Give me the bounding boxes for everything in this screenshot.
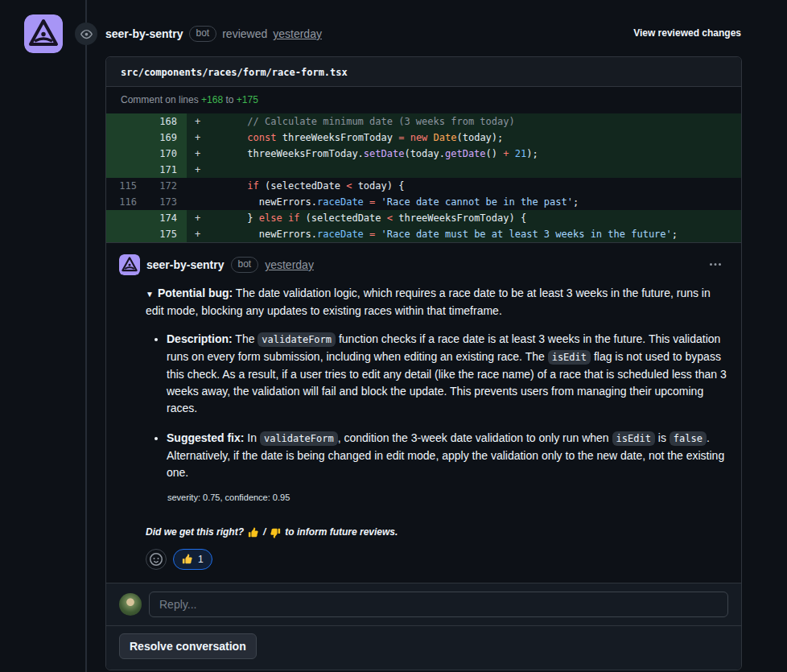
resolve-conversation-button[interactable]: Resolve conversation	[119, 633, 257, 659]
comment: seer-by-sentry bot yesterday ▼Potential …	[106, 243, 741, 583]
comment-bot-avatar[interactable]	[119, 254, 140, 275]
collapse-triangle-icon[interactable]: ▼	[146, 290, 154, 299]
kebab-icon	[709, 258, 722, 271]
line-number-old[interactable]: 116	[106, 194, 146, 210]
code-line: + newErrors.raceDate = 'Race date must b…	[187, 226, 741, 242]
line-number-old[interactable]	[106, 162, 146, 178]
thumbs-up-count: 1	[198, 554, 204, 565]
diff-line: 115172 if (selectedDate < today) {	[106, 178, 741, 194]
diff-marker	[195, 194, 212, 210]
line-number-new[interactable]: 168	[146, 113, 187, 130]
code-token: 'Race date must be at least 3 weeks in t…	[381, 229, 672, 240]
code-token: if	[288, 212, 299, 224]
diff-line: 174+ } else if (selectedDate < threeWeek…	[106, 210, 741, 226]
code-token: setDate	[364, 148, 405, 159]
code-token	[375, 196, 381, 208]
diff-line: 171+	[106, 162, 741, 178]
bot-avatar[interactable]	[24, 14, 63, 53]
line-number-new[interactable]: 175	[146, 226, 187, 242]
review-author-link[interactable]: seer-by-sentry	[105, 27, 183, 40]
diff-marker: +	[195, 226, 212, 242]
summary-paragraph: ▼Potential bug: The date validation logi…	[146, 285, 728, 320]
code-token: threeWeeksFromToday	[276, 132, 398, 143]
eye-icon	[75, 23, 97, 45]
code-token: ()	[486, 148, 504, 159]
summary-title: Potential bug:	[158, 287, 233, 299]
diff-marker: +	[195, 146, 212, 162]
severity-confidence-text: severity: 0.75, confidence: 0.95	[167, 489, 728, 506]
code-line: newErrors.raceDate = 'Race date cannot b…	[187, 194, 741, 210]
diff-marker	[195, 178, 212, 194]
file-path-link[interactable]: src/components/races/form/race-form.tsx	[121, 67, 348, 78]
user-avatar	[119, 593, 142, 616]
code-line: + // Calculate minimum date (3 weeks fro…	[187, 113, 741, 130]
code-token	[427, 132, 433, 143]
resolve-row: Resolve conversation	[106, 625, 741, 670]
diff-block: 168+ // Calculate minimum date (3 weeks …	[106, 113, 741, 243]
code-line: + } else if (selectedDate < threeWeeksFr…	[187, 210, 741, 226]
code-token: 'Race date cannot be in the past'	[381, 196, 573, 208]
code-token: }	[212, 212, 259, 224]
code-token: newErrors.	[212, 229, 317, 240]
line-number-old[interactable]	[106, 113, 146, 130]
code-token: ;	[573, 196, 579, 208]
code-token: <	[387, 212, 393, 224]
line-number-new[interactable]: 172	[146, 178, 187, 194]
seer-pyramid-eye-icon	[24, 14, 63, 53]
code-token: 21	[515, 148, 526, 159]
comment-body: ▼Potential bug: The date validation logi…	[146, 285, 728, 570]
review-action-text: reviewed	[222, 27, 267, 40]
code-token: getDate	[445, 148, 486, 159]
comment-timestamp-link[interactable]: yesterday	[265, 258, 314, 271]
kebab-menu-button[interactable]	[703, 257, 728, 273]
code-line: if (selectedDate < today) {	[187, 178, 741, 194]
smiley-icon	[150, 553, 163, 566]
code-token: // Calculate minimum date (3 weeks from …	[212, 116, 515, 127]
finding-bullet-list: Description: The validateForm function c…	[146, 331, 728, 481]
code-token	[375, 229, 381, 240]
timeline-line	[85, 0, 87, 672]
line-number-new[interactable]: 174	[146, 210, 187, 226]
comment-range-row: Comment on lines +168 to +175	[106, 87, 741, 113]
review-timestamp-link[interactable]: yesterday	[273, 27, 322, 40]
review-comment-card: src/components/races/form/race-form.tsx …	[105, 56, 742, 670]
view-reviewed-changes-link[interactable]: View reviewed changes	[633, 27, 741, 39]
comment-header: seer-by-sentry bot yesterday	[119, 254, 728, 275]
line-number-old[interactable]	[106, 146, 146, 162]
comment-author-link[interactable]: seer-by-sentry	[146, 258, 225, 271]
inline-code: isEdit	[548, 350, 591, 365]
code-token: (today);	[457, 132, 504, 143]
diff-marker: +	[195, 113, 212, 130]
code-token	[364, 196, 369, 208]
file-header: src/components/races/form/race-form.tsx	[106, 57, 741, 87]
finding-bullet: Suggested fix: In validateForm, conditio…	[167, 430, 728, 481]
code-token: (today.	[404, 148, 445, 159]
reply-input[interactable]	[149, 592, 728, 617]
line-number-new[interactable]: 173	[146, 194, 187, 210]
code-token	[282, 212, 288, 224]
code-line: +	[187, 162, 741, 178]
bullet-title: Description:	[167, 332, 233, 345]
feedback-after-text: to inform future reviews.	[285, 524, 398, 541]
line-number-new[interactable]: 171	[146, 162, 187, 178]
code-token: ;	[672, 229, 678, 240]
line-number-new[interactable]: 170	[146, 146, 187, 162]
line-number-old[interactable]	[106, 130, 146, 146]
code-token	[212, 132, 247, 143]
line-number-old[interactable]	[106, 210, 146, 226]
bullet-title: Suggested fix:	[167, 431, 244, 444]
line-number-old[interactable]: 115	[106, 178, 146, 194]
add-reaction-button[interactable]	[146, 549, 167, 570]
code-line: + threeWeeksFromToday.setDate(today.getD…	[187, 146, 741, 162]
line-number-old[interactable]	[106, 226, 146, 242]
thumbs-up-reaction-button[interactable]: 1	[173, 549, 212, 570]
code-token	[212, 180, 247, 192]
comment-range-to-word: to	[225, 94, 233, 105]
code-token: raceDate	[317, 196, 364, 208]
line-number-new[interactable]: 169	[146, 130, 187, 146]
reply-row	[106, 583, 741, 625]
feedback-prompt: Did we get this right? / to inform futur…	[146, 524, 728, 541]
reactions-row: 1	[146, 549, 728, 570]
diff-line: 169+ const threeWeeksFromToday = new Dat…	[106, 130, 741, 146]
code-token	[404, 132, 410, 143]
